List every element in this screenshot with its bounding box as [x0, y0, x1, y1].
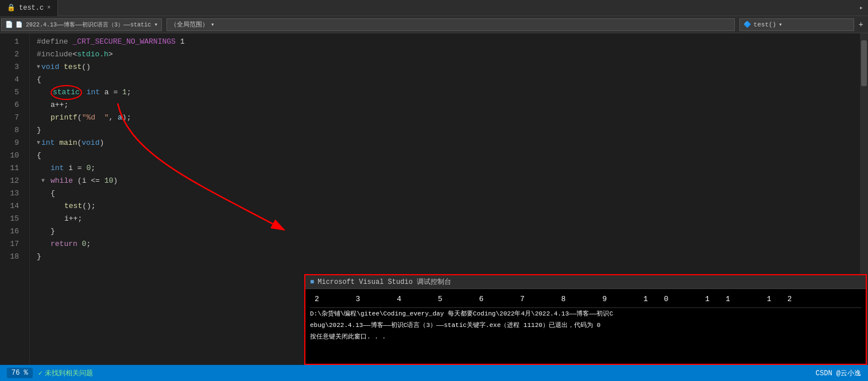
code-line-17: return 0;	[37, 238, 860, 251]
status-ok-icon: ✓	[38, 369, 42, 378]
breadcrumb-arrow: ▾	[154, 21, 158, 28]
code-line-15: i++;	[37, 213, 860, 225]
line-num-12: 12	[0, 175, 24, 187]
scope-dropdown[interactable]: （全局范围） ▾	[166, 18, 735, 31]
line-num-16: 16	[0, 225, 24, 238]
add-tab-button[interactable]: +	[855, 20, 867, 29]
close-tab-button[interactable]: ×	[47, 5, 51, 11]
console-title: Microsoft Visual Studio 调试控制台	[317, 277, 451, 287]
line-num-15: 15	[0, 213, 24, 225]
status-bar: 76 % ✓ 未找到相关问题 CSDN @云小逸	[0, 365, 868, 381]
code-line-8: }	[37, 124, 860, 137]
credit-text: CSDN @云小逸	[816, 368, 861, 378]
status-left: 76 % ✓ 未找到相关问题	[7, 368, 93, 378]
tab-filename: test.c	[19, 4, 44, 12]
code-line-14: test();	[37, 200, 860, 213]
line-num-10: 10	[0, 149, 24, 162]
console-icon: ■	[310, 278, 314, 286]
func-icon: 🔷	[743, 21, 751, 28]
code-line-4: {	[37, 74, 860, 86]
line-num-14: 14	[0, 200, 24, 213]
func-arrow: ▾	[778, 21, 782, 28]
line-num-8: 8	[0, 124, 24, 137]
line-num-3: 3	[0, 61, 24, 74]
line-num-6: 6	[0, 99, 24, 111]
line-num-18: 18	[0, 251, 24, 263]
console-numbers: 2 3 4 5 6 7 8 9 10 11 12	[310, 291, 861, 308]
toolbar: 📄 📄 2022.4.13——博客——初识C语言（3）——static关键字 ▾…	[0, 16, 868, 33]
line-num-4: 4	[0, 74, 24, 86]
console-path-line: D:\杂货铺\编程\gitee\Coding_every_day 每天都要Cod…	[310, 308, 861, 320]
status-problems: ✓ 未找到相关问题	[38, 368, 93, 378]
pin-icon: 🔒	[7, 3, 16, 12]
status-right: CSDN @云小逸	[816, 368, 861, 378]
collapse-12: ▼	[41, 175, 45, 187]
breadcrumb-dropdown[interactable]: 📄 📄 2022.4.13——博客——初识C语言（3）——static关键字 ▾	[1, 18, 162, 31]
code-line-18: }	[37, 251, 860, 263]
line-num-13: 13	[0, 187, 24, 200]
code-line-2: #include<stdio.h>	[37, 48, 860, 61]
breadcrumb-text: 📄 2022.4.13——博客——初识C语言（3）——static关键字	[16, 21, 152, 29]
function-dropdown[interactable]: 🔷 test() ▾	[739, 18, 854, 31]
line-num-17: 17	[0, 238, 24, 251]
code-line-7: printf("%d ", a);	[37, 111, 860, 124]
status-ok-text: 未找到相关问题	[45, 368, 93, 378]
line-num-1: 1	[0, 36, 24, 48]
zoom-level[interactable]: 76 %	[7, 368, 33, 378]
code-line-10: {	[37, 149, 860, 162]
code-line-16: }	[37, 225, 860, 238]
line-numbers: 1 2 3 4 5 6 7 8 9 10 11 12 13 14 15 16 1…	[0, 33, 30, 365]
code-line-5: static int a = 1;	[37, 86, 860, 99]
scrollbar-thumb	[861, 40, 867, 86]
scope-text: （全局范围）	[170, 20, 208, 29]
code-line-13: {	[37, 187, 860, 200]
line-num-9: 9	[0, 137, 24, 149]
collapse-3: ▼	[37, 61, 40, 74]
code-line-6: a++;	[37, 99, 860, 111]
tab-scroll-arrow[interactable]: ▸	[855, 3, 868, 12]
scope-arrow: ▾	[211, 21, 215, 28]
console-body: 2 3 4 5 6 7 8 9 10 11 12 D:\杂货铺\编程\gitee…	[305, 289, 866, 364]
console-titlebar: ■ Microsoft Visual Studio 调试控制台	[305, 275, 866, 289]
line-num-2: 2	[0, 48, 24, 61]
console-press-key: 按任意键关闭此窗口. . .	[310, 331, 861, 342]
line-num-11: 11	[0, 162, 24, 175]
tab-bar: 🔒 test.c × ▸	[0, 0, 868, 16]
line-num-7: 7	[0, 111, 24, 124]
code-line-12: ▼while (i <= 10)	[37, 175, 860, 187]
code-line-1: #define _CRT_SECURE_NO_WARNINGS 1	[37, 36, 860, 48]
active-tab[interactable]: 🔒 test.c ×	[0, 0, 58, 16]
line-num-5: 5	[0, 86, 24, 99]
code-line-11: int i = 0;	[37, 162, 860, 175]
func-text: test()	[754, 21, 777, 28]
static-keyword-circled: static	[51, 85, 82, 100]
console-overlay: ■ Microsoft Visual Studio 调试控制台 2 3 4 5 …	[304, 274, 867, 365]
breadcrumb-icon: 📄	[5, 21, 13, 28]
code-line-9: ▼int main(void)	[37, 137, 860, 149]
console-debug-line: ebug\2022.4.13——博客——初识C语言（3）——static关键字.…	[310, 320, 861, 331]
code-line-3: ▼void test()	[37, 61, 860, 74]
collapse-9: ▼	[37, 137, 40, 149]
